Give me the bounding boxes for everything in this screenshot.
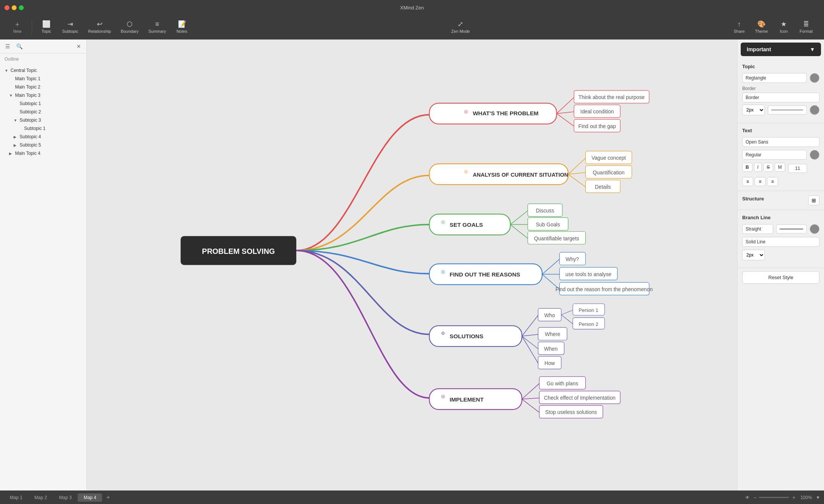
boundary-button[interactable]: ⬡ Boundary: [117, 18, 142, 36]
branch-line-preview: [776, 225, 807, 234]
share-button[interactable]: ↑ Share: [729, 18, 749, 36]
svg-line-35: [510, 225, 528, 238]
tree-item-sub5[interactable]: ▶ Subtopic 5: [0, 141, 86, 149]
svg-line-29: [510, 211, 528, 225]
bold-button[interactable]: B: [742, 163, 752, 172]
toggle-icon[interactable]: ▼: [5, 69, 9, 73]
font-style-select[interactable]: Regular: [742, 150, 807, 160]
svg-text:Find out the gap: Find out the gap: [578, 123, 616, 129]
zoom-out-button[interactable]: −: [754, 495, 757, 501]
border-width-row: 2px: [742, 105, 819, 115]
toggle-icon[interactable]: ▼: [14, 118, 18, 122]
more-format-button[interactable]: M: [775, 163, 785, 172]
svg-line-59: [561, 315, 573, 324]
border-width-select[interactable]: 2px: [742, 105, 765, 115]
zen-mode-button[interactable]: ⤢ Zen Mode: [447, 18, 474, 36]
share-icon: ↑: [737, 21, 741, 27]
icon-label: Icon: [780, 29, 788, 34]
toggle-icon[interactable]: ▶: [14, 143, 18, 147]
canvas-area[interactable]: PROBLEM SOLVING ◎ WHAT'S THE PROBLEM Thi…: [87, 40, 737, 490]
svg-text:SOLUTIONS: SOLUTIONS: [450, 333, 483, 339]
tab-map2[interactable]: Map 2: [28, 493, 53, 502]
svg-text:Who: Who: [544, 312, 555, 318]
svg-line-5: [557, 97, 574, 113]
border-style-select[interactable]: Border: [742, 93, 819, 102]
topic-button[interactable]: ⬜ Topic: [37, 18, 56, 36]
main-content: ☰ 🔍 ✕ Outline ▼ Central Topic Main Topic…: [0, 40, 824, 490]
subtopic-label: Subtopic: [62, 29, 78, 34]
new-button[interactable]: ＋ New: [8, 18, 27, 36]
align-right-button[interactable]: ≡: [767, 177, 778, 186]
tab-map3[interactable]: Map 3: [53, 493, 78, 502]
tree-item-sub2[interactable]: Subtopic 2: [0, 108, 86, 116]
topic-icon: ⬜: [42, 21, 51, 27]
tree-item-sub4[interactable]: ▶ Subtopic 4: [0, 133, 86, 141]
tree-item-sub1[interactable]: Subtopic 1: [0, 99, 86, 108]
minimize-button[interactable]: [12, 5, 17, 10]
zoom-slider[interactable]: [759, 497, 789, 498]
toggle-icon[interactable]: ▶: [14, 135, 18, 139]
shape-select[interactable]: Regtangle: [742, 73, 807, 83]
notes-button[interactable]: 📝 Notes: [172, 18, 192, 36]
align-left-button[interactable]: ≡: [742, 177, 753, 186]
strikethrough-button[interactable]: S: [763, 163, 773, 172]
tree-item-sub3-sub1[interactable]: Subtopic 1: [0, 124, 86, 133]
eye-icon[interactable]: 👁: [745, 495, 750, 500]
branch-line-type-select[interactable]: Solid Line: [742, 237, 819, 247]
share-label: Share: [734, 29, 744, 34]
window-controls: [5, 5, 24, 10]
close-button[interactable]: [5, 5, 9, 10]
theme-icon: 🎨: [757, 21, 766, 27]
boundary-icon: ⬡: [127, 21, 133, 27]
summary-label: Summary: [148, 29, 166, 34]
shape-row: Regtangle: [742, 73, 819, 83]
svg-text:⚙: ⚙: [441, 331, 445, 336]
sidebar-search-button[interactable]: 🔍: [15, 43, 24, 50]
tab-map4[interactable]: Map 4: [78, 493, 102, 502]
tree-item-main1[interactable]: Main Topic 1: [0, 75, 86, 83]
topic-color-btn[interactable]: [810, 73, 819, 83]
sidebar-close-button[interactable]: ✕: [75, 43, 83, 50]
bottom-bar: Map 1 Map 2 Map 3 Map 4 ＋ 👁 − ＋ 100% ▼: [0, 490, 824, 504]
theme-button[interactable]: 🎨 Theme: [751, 18, 772, 36]
new-label: New: [13, 29, 21, 34]
icon-button[interactable]: ★ Icon: [774, 18, 793, 36]
sidebar: ☰ 🔍 ✕ Outline ▼ Central Topic Main Topic…: [0, 40, 87, 490]
toggle-icon[interactable]: ▼: [9, 93, 14, 98]
icon-icon: ★: [781, 21, 787, 27]
tree-item-central-topic[interactable]: ▼ Central Topic: [0, 66, 86, 75]
tree-item-label: Subtopic 1: [20, 101, 41, 106]
svg-line-23: [568, 174, 585, 187]
text-color-btn[interactable]: [810, 150, 819, 160]
align-center-button[interactable]: ≡: [755, 177, 766, 186]
branch-line-style-select[interactable]: Straight: [742, 224, 773, 234]
branch-line-width-select[interactable]: 2px: [742, 250, 765, 260]
maximize-button[interactable]: [19, 5, 24, 10]
zoom-chevron-down-icon[interactable]: ▼: [816, 495, 820, 500]
branch-line-width-row: 2px: [742, 250, 819, 260]
reset-style-button[interactable]: Reset Style: [742, 271, 819, 284]
subtopic-icon: ⇥: [67, 21, 73, 27]
border-color-btn[interactable]: [810, 105, 819, 115]
important-badge[interactable]: Important ▼: [741, 43, 821, 56]
subtopic-button[interactable]: ⇥ Subtopic: [58, 18, 82, 36]
structure-icon-button[interactable]: ⊞: [808, 195, 819, 205]
relationship-button[interactable]: ↩ Relationship: [84, 18, 115, 36]
italic-button[interactable]: I: [754, 163, 762, 172]
tab-map1[interactable]: Map 1: [4, 493, 28, 502]
font-family-select[interactable]: Open Sans: [742, 137, 819, 147]
tree-item-main3[interactable]: ▼ Main Topic 3: [0, 91, 86, 99]
add-tab-button[interactable]: ＋: [102, 492, 114, 503]
outline-label: Outline: [0, 53, 86, 65]
summary-button[interactable]: ≡ Summary: [144, 18, 170, 36]
tree-item-main4[interactable]: ▶ Main Topic 4: [0, 149, 86, 157]
svg-text:ANALYSIS OF CURRENT SITUATION: ANALYSIS OF CURRENT SITUATION: [473, 172, 568, 178]
tree-item-sub3[interactable]: ▼ Subtopic 3: [0, 116, 86, 124]
zoom-in-button[interactable]: ＋: [791, 494, 796, 501]
sidebar-menu-button[interactable]: ☰: [4, 43, 12, 50]
tree-item-main2[interactable]: Main Topic 2: [0, 83, 86, 91]
toggle-icon[interactable]: ▶: [9, 151, 14, 156]
branch-line-color-btn[interactable]: [810, 224, 819, 234]
svg-text:FIND OUT THE REASONS: FIND OUT THE REASONS: [450, 271, 520, 278]
format-button[interactable]: ≣ Format: [796, 18, 816, 36]
